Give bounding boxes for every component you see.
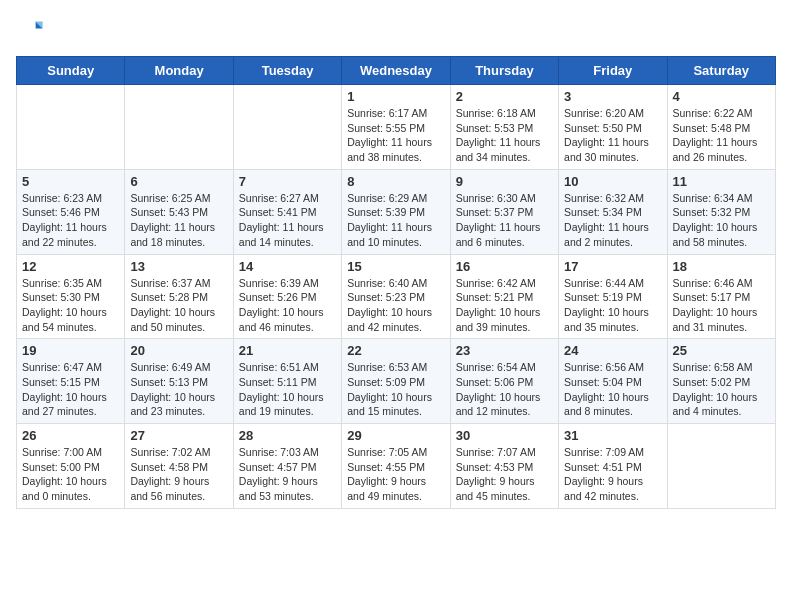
- day-number: 28: [239, 428, 336, 443]
- calendar-cell: 5Sunrise: 6:23 AM Sunset: 5:46 PM Daylig…: [17, 169, 125, 254]
- calendar-cell: 19Sunrise: 6:47 AM Sunset: 5:15 PM Dayli…: [17, 339, 125, 424]
- calendar-cell: [233, 85, 341, 170]
- day-info: Sunrise: 6:54 AM Sunset: 5:06 PM Dayligh…: [456, 360, 553, 419]
- day-number: 14: [239, 259, 336, 274]
- calendar-cell: 12Sunrise: 6:35 AM Sunset: 5:30 PM Dayli…: [17, 254, 125, 339]
- calendar-cell: 25Sunrise: 6:58 AM Sunset: 5:02 PM Dayli…: [667, 339, 775, 424]
- day-info: Sunrise: 7:09 AM Sunset: 4:51 PM Dayligh…: [564, 445, 661, 504]
- day-number: 20: [130, 343, 227, 358]
- calendar-cell: 11Sunrise: 6:34 AM Sunset: 5:32 PM Dayli…: [667, 169, 775, 254]
- day-info: Sunrise: 6:29 AM Sunset: 5:39 PM Dayligh…: [347, 191, 444, 250]
- calendar-cell: 6Sunrise: 6:25 AM Sunset: 5:43 PM Daylig…: [125, 169, 233, 254]
- day-number: 10: [564, 174, 661, 189]
- calendar-cell: 16Sunrise: 6:42 AM Sunset: 5:21 PM Dayli…: [450, 254, 558, 339]
- day-number: 22: [347, 343, 444, 358]
- day-info: Sunrise: 6:44 AM Sunset: 5:19 PM Dayligh…: [564, 276, 661, 335]
- calendar-cell: 20Sunrise: 6:49 AM Sunset: 5:13 PM Dayli…: [125, 339, 233, 424]
- day-info: Sunrise: 7:02 AM Sunset: 4:58 PM Dayligh…: [130, 445, 227, 504]
- calendar-week-row: 1Sunrise: 6:17 AM Sunset: 5:55 PM Daylig…: [17, 85, 776, 170]
- calendar-cell: 13Sunrise: 6:37 AM Sunset: 5:28 PM Dayli…: [125, 254, 233, 339]
- day-number: 7: [239, 174, 336, 189]
- day-number: 23: [456, 343, 553, 358]
- day-info: Sunrise: 7:03 AM Sunset: 4:57 PM Dayligh…: [239, 445, 336, 504]
- day-number: 8: [347, 174, 444, 189]
- day-of-week-header: Wednesday: [342, 57, 450, 85]
- day-number: 25: [673, 343, 770, 358]
- day-info: Sunrise: 7:05 AM Sunset: 4:55 PM Dayligh…: [347, 445, 444, 504]
- day-info: Sunrise: 6:35 AM Sunset: 5:30 PM Dayligh…: [22, 276, 119, 335]
- calendar-cell: 14Sunrise: 6:39 AM Sunset: 5:26 PM Dayli…: [233, 254, 341, 339]
- logo: [16, 16, 48, 44]
- day-number: 24: [564, 343, 661, 358]
- calendar-week-row: 12Sunrise: 6:35 AM Sunset: 5:30 PM Dayli…: [17, 254, 776, 339]
- day-of-week-header: Tuesday: [233, 57, 341, 85]
- calendar-cell: 23Sunrise: 6:54 AM Sunset: 5:06 PM Dayli…: [450, 339, 558, 424]
- calendar-cell: 24Sunrise: 6:56 AM Sunset: 5:04 PM Dayli…: [559, 339, 667, 424]
- day-info: Sunrise: 6:34 AM Sunset: 5:32 PM Dayligh…: [673, 191, 770, 250]
- day-of-week-header: Sunday: [17, 57, 125, 85]
- day-number: 6: [130, 174, 227, 189]
- calendar-cell: 3Sunrise: 6:20 AM Sunset: 5:50 PM Daylig…: [559, 85, 667, 170]
- calendar-cell: 27Sunrise: 7:02 AM Sunset: 4:58 PM Dayli…: [125, 424, 233, 509]
- day-number: 15: [347, 259, 444, 274]
- day-number: 9: [456, 174, 553, 189]
- day-info: Sunrise: 6:27 AM Sunset: 5:41 PM Dayligh…: [239, 191, 336, 250]
- day-number: 26: [22, 428, 119, 443]
- day-number: 31: [564, 428, 661, 443]
- calendar-cell: 28Sunrise: 7:03 AM Sunset: 4:57 PM Dayli…: [233, 424, 341, 509]
- logo-icon: [16, 16, 44, 44]
- calendar-cell: 18Sunrise: 6:46 AM Sunset: 5:17 PM Dayli…: [667, 254, 775, 339]
- calendar: SundayMondayTuesdayWednesdayThursdayFrid…: [16, 56, 776, 509]
- day-info: Sunrise: 6:32 AM Sunset: 5:34 PM Dayligh…: [564, 191, 661, 250]
- day-info: Sunrise: 7:07 AM Sunset: 4:53 PM Dayligh…: [456, 445, 553, 504]
- calendar-cell: 1Sunrise: 6:17 AM Sunset: 5:55 PM Daylig…: [342, 85, 450, 170]
- calendar-week-row: 26Sunrise: 7:00 AM Sunset: 5:00 PM Dayli…: [17, 424, 776, 509]
- calendar-cell: 29Sunrise: 7:05 AM Sunset: 4:55 PM Dayli…: [342, 424, 450, 509]
- day-info: Sunrise: 6:58 AM Sunset: 5:02 PM Dayligh…: [673, 360, 770, 419]
- day-info: Sunrise: 6:20 AM Sunset: 5:50 PM Dayligh…: [564, 106, 661, 165]
- day-info: Sunrise: 6:37 AM Sunset: 5:28 PM Dayligh…: [130, 276, 227, 335]
- day-number: 12: [22, 259, 119, 274]
- calendar-cell: 10Sunrise: 6:32 AM Sunset: 5:34 PM Dayli…: [559, 169, 667, 254]
- day-info: Sunrise: 6:56 AM Sunset: 5:04 PM Dayligh…: [564, 360, 661, 419]
- calendar-cell: 15Sunrise: 6:40 AM Sunset: 5:23 PM Dayli…: [342, 254, 450, 339]
- calendar-cell: [125, 85, 233, 170]
- day-info: Sunrise: 6:40 AM Sunset: 5:23 PM Dayligh…: [347, 276, 444, 335]
- day-info: Sunrise: 6:22 AM Sunset: 5:48 PM Dayligh…: [673, 106, 770, 165]
- day-number: 27: [130, 428, 227, 443]
- day-info: Sunrise: 6:18 AM Sunset: 5:53 PM Dayligh…: [456, 106, 553, 165]
- day-of-week-header: Saturday: [667, 57, 775, 85]
- day-of-week-header: Monday: [125, 57, 233, 85]
- day-number: 4: [673, 89, 770, 104]
- day-info: Sunrise: 6:39 AM Sunset: 5:26 PM Dayligh…: [239, 276, 336, 335]
- day-number: 19: [22, 343, 119, 358]
- day-number: 5: [22, 174, 119, 189]
- calendar-cell: 4Sunrise: 6:22 AM Sunset: 5:48 PM Daylig…: [667, 85, 775, 170]
- day-of-week-header: Friday: [559, 57, 667, 85]
- calendar-cell: 31Sunrise: 7:09 AM Sunset: 4:51 PM Dayli…: [559, 424, 667, 509]
- day-number: 21: [239, 343, 336, 358]
- calendar-cell: 7Sunrise: 6:27 AM Sunset: 5:41 PM Daylig…: [233, 169, 341, 254]
- calendar-cell: 21Sunrise: 6:51 AM Sunset: 5:11 PM Dayli…: [233, 339, 341, 424]
- calendar-header-row: SundayMondayTuesdayWednesdayThursdayFrid…: [17, 57, 776, 85]
- calendar-cell: 17Sunrise: 6:44 AM Sunset: 5:19 PM Dayli…: [559, 254, 667, 339]
- day-info: Sunrise: 6:23 AM Sunset: 5:46 PM Dayligh…: [22, 191, 119, 250]
- calendar-cell: 8Sunrise: 6:29 AM Sunset: 5:39 PM Daylig…: [342, 169, 450, 254]
- day-number: 18: [673, 259, 770, 274]
- day-info: Sunrise: 7:00 AM Sunset: 5:00 PM Dayligh…: [22, 445, 119, 504]
- calendar-cell: 9Sunrise: 6:30 AM Sunset: 5:37 PM Daylig…: [450, 169, 558, 254]
- calendar-week-row: 5Sunrise: 6:23 AM Sunset: 5:46 PM Daylig…: [17, 169, 776, 254]
- calendar-cell: 30Sunrise: 7:07 AM Sunset: 4:53 PM Dayli…: [450, 424, 558, 509]
- day-number: 29: [347, 428, 444, 443]
- day-number: 3: [564, 89, 661, 104]
- calendar-week-row: 19Sunrise: 6:47 AM Sunset: 5:15 PM Dayli…: [17, 339, 776, 424]
- day-info: Sunrise: 6:51 AM Sunset: 5:11 PM Dayligh…: [239, 360, 336, 419]
- day-info: Sunrise: 6:25 AM Sunset: 5:43 PM Dayligh…: [130, 191, 227, 250]
- day-info: Sunrise: 6:46 AM Sunset: 5:17 PM Dayligh…: [673, 276, 770, 335]
- day-info: Sunrise: 6:17 AM Sunset: 5:55 PM Dayligh…: [347, 106, 444, 165]
- day-number: 13: [130, 259, 227, 274]
- day-number: 17: [564, 259, 661, 274]
- calendar-cell: [667, 424, 775, 509]
- day-info: Sunrise: 6:30 AM Sunset: 5:37 PM Dayligh…: [456, 191, 553, 250]
- day-number: 1: [347, 89, 444, 104]
